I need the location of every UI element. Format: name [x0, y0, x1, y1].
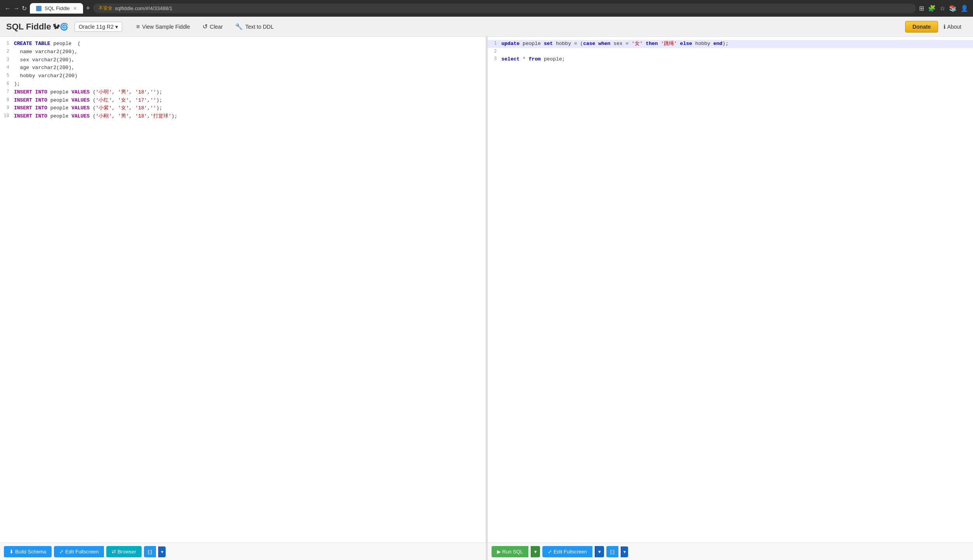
extensions-icon[interactable]: 🧩 — [928, 5, 936, 12]
about-button[interactable]: ℹ About — [938, 21, 967, 32]
view-sample-icon: ≡ — [136, 23, 140, 30]
line-content-1: CREATE TABLE people ( — [14, 40, 81, 48]
line-content-9: INSERT INTO people VALUES ('小紫', '女', '1… — [14, 104, 162, 112]
browser-chrome: ← → ↻ SQL Fiddle ✕ + 不安全 sqlfiddle.com/#… — [0, 0, 973, 17]
semicolon-right-arrow[interactable]: ▾ — [621, 546, 628, 557]
forward-button[interactable]: → — [13, 5, 19, 12]
view-sample-button[interactable]: ≡ View Sample Fiddle — [130, 21, 196, 33]
code-line-6: 6 ); — [0, 80, 486, 88]
line-content-3: sex varchar2(200), — [14, 56, 74, 64]
edit-fullscreen-right-label: Edit Fullscreen — [554, 549, 587, 555]
semicolon-left-arrow[interactable]: ▾ — [158, 546, 166, 557]
tab-favicon-icon — [36, 6, 42, 11]
build-schema-icon: ⬇ — [9, 549, 14, 555]
build-schema-label: Build Schema — [15, 549, 46, 555]
query-line-content-3: select * from people; — [502, 55, 565, 64]
line-num-2: 2 — [3, 48, 14, 56]
browser-tab[interactable]: SQL Fiddle ✕ — [30, 3, 83, 14]
schema-toolbar: ⬇ Build Schema ⤢ Edit Fullscreen ⇄ Brows… — [0, 543, 486, 560]
query-line-num-1: 1 — [491, 40, 502, 48]
profile-icon[interactable]: 👤 — [961, 5, 968, 12]
text-to-ddl-button[interactable]: 🔧 Text to DDL — [229, 21, 280, 33]
schema-panel: 1 CREATE TABLE people ( 2 name varchar2(… — [0, 37, 486, 560]
line-content-7: INSERT INTO people VALUES ('小明', '男', '1… — [14, 88, 162, 97]
line-content-10: INSERT INTO people VALUES ('小刚', '男', '1… — [14, 112, 177, 121]
tab-close-icon[interactable]: ✕ — [73, 6, 77, 11]
code-line-2: 2 name varchar2(200), — [0, 48, 486, 56]
security-warning: 不安全 — [99, 5, 113, 12]
db-selector-label: Oracle 11g R2 — [79, 24, 114, 30]
line-num-6: 6 — [3, 80, 14, 88]
code-line-8: 8 INSERT INTO people VALUES ('小红', '女', … — [0, 97, 486, 105]
line-content-6: ); — [14, 80, 20, 88]
favorites-icon[interactable]: ☆ — [940, 5, 945, 12]
query-panel: 1 update people set hobby = (case when s… — [488, 37, 973, 560]
browser-label: Browser — [118, 549, 136, 555]
run-sql-icon: ▶ — [497, 549, 501, 555]
run-sql-arrow[interactable]: ▾ — [531, 546, 540, 557]
logo-text: SQL Fiddle — [6, 22, 51, 32]
browser-icon: ⇄ — [112, 549, 116, 555]
line-num-10: 10 — [3, 112, 14, 121]
reader-icon[interactable]: ⊞ — [919, 5, 924, 12]
clear-label: Clear — [210, 24, 223, 30]
browser-controls: ← → ↻ — [5, 5, 27, 12]
db-selector-arrow-icon: ▾ — [115, 24, 118, 30]
query-line-3: 3 select * from people; — [488, 55, 973, 64]
view-sample-label: View Sample Fiddle — [142, 24, 190, 30]
code-line-3: 3 sex varchar2(200), — [0, 56, 486, 64]
browser-button[interactable]: ⇄ Browser — [106, 546, 142, 557]
address-bar[interactable]: 不安全 sqlfiddle.com/#!4/33488/1 — [93, 3, 916, 13]
donate-button[interactable]: Donate — [905, 21, 938, 33]
semicolon-left-button[interactable]: [;] — [144, 546, 156, 557]
collections-icon[interactable]: 📚 — [949, 5, 957, 12]
refresh-button[interactable]: ↻ — [22, 5, 27, 12]
query-toolbar: ▶ Run SQL ▾ ⤢ Edit Fullscreen ▾ [;] ▾ — [488, 543, 973, 560]
build-schema-button[interactable]: ⬇ Build Schema — [4, 546, 52, 557]
logo-emoji: 🐿🌀 — [53, 22, 68, 31]
line-content-8: INSERT INTO people VALUES ('小红', '女', '1… — [14, 97, 162, 105]
edit-fullscreen-left-button[interactable]: ⤢ Edit Fullscreen — [54, 546, 104, 557]
run-sql-button[interactable]: ▶ Run SQL — [492, 546, 528, 557]
url-text: sqlfiddle.com/#!4/33488/1 — [115, 5, 172, 11]
query-line-num-2: 2 — [491, 48, 502, 55]
db-selector[interactable]: Oracle 11g R2 ▾ — [74, 22, 122, 32]
line-num-9: 9 — [3, 104, 14, 112]
edit-fullscreen-right-button[interactable]: ⤢ Edit Fullscreen — [542, 546, 592, 557]
run-sql-label: Run SQL — [502, 549, 523, 555]
main-area: 1 CREATE TABLE people ( 2 name varchar2(… — [0, 37, 973, 560]
clear-icon: ↺ — [203, 23, 208, 30]
line-num-3: 3 — [3, 56, 14, 64]
line-content-4: age varchar2(200), — [14, 64, 74, 72]
browser-actions: ⊞ 🧩 ☆ 📚 👤 — [919, 5, 968, 12]
app-header: SQL Fiddle 🐿🌀 Oracle 11g R2 ▾ ≡ View Sam… — [0, 17, 973, 37]
edit-fullscreen-left-label: Edit Fullscreen — [65, 549, 99, 555]
code-line-4: 4 age varchar2(200), — [0, 64, 486, 72]
clear-button[interactable]: ↺ Clear — [196, 21, 229, 33]
line-content-2: name varchar2(200), — [14, 48, 78, 56]
query-line-2: 2 — [488, 48, 973, 55]
query-line-num-3: 3 — [491, 55, 502, 64]
edit-fullscreen-right-icon: ⤢ — [548, 549, 552, 555]
back-button[interactable]: ← — [5, 5, 11, 12]
about-label: About — [947, 24, 961, 30]
text-to-ddl-icon: 🔧 — [235, 23, 243, 30]
query-code-editor[interactable]: 1 update people set hobby = (case when s… — [488, 37, 973, 543]
query-line-1: 1 update people set hobby = (case when s… — [488, 40, 973, 48]
tab-title: SQL Fiddle — [45, 5, 70, 11]
semicolon-right-button[interactable]: [;] — [606, 546, 618, 557]
edit-fullscreen-right-arrow[interactable]: ▾ — [595, 546, 604, 557]
new-tab-button[interactable]: + — [86, 4, 90, 12]
line-content-5: hobby varchar2(200) — [14, 72, 78, 80]
schema-code-editor[interactable]: 1 CREATE TABLE people ( 2 name varchar2(… — [0, 37, 486, 543]
code-line-5: 5 hobby varchar2(200) — [0, 72, 486, 80]
code-line-1: 1 CREATE TABLE people ( — [0, 40, 486, 48]
query-line-content-1: update people set hobby = (case when sex… — [502, 40, 729, 48]
line-num-1: 1 — [3, 40, 14, 48]
line-num-7: 7 — [3, 88, 14, 97]
code-line-7: 7 INSERT INTO people VALUES ('小明', '男', … — [0, 88, 486, 97]
code-line-10: 10 INSERT INTO people VALUES ('小刚', '男',… — [0, 112, 486, 121]
code-line-9: 9 INSERT INTO people VALUES ('小紫', '女', … — [0, 104, 486, 112]
line-num-4: 4 — [3, 64, 14, 72]
text-to-ddl-label: Text to DDL — [245, 24, 274, 30]
